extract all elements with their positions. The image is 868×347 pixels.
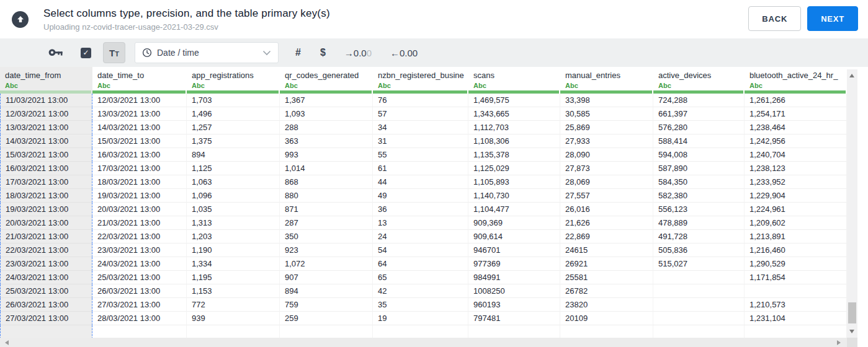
currency-type-button[interactable]: $ [320,47,326,58]
column-name: nzbn_registered_busine [378,71,468,80]
table-row: 16/03/2021 13:0017/03/2021 13:001,1251,0… [0,162,868,175]
cell: 27,873 [560,162,653,175]
cell: 1,313 [187,216,280,230]
cell: 894 [187,148,280,162]
cell: 26921 [560,257,653,271]
column-underline [92,90,186,94]
column-header-manual_entries[interactable]: manual_entriesAbc [560,67,653,94]
column-header-date_time_to[interactable]: date_time_toAbc [92,67,187,94]
grid-body: 11/03/2021 13:0012/03/2021 13:001,7031,3… [0,94,868,339]
column-header-bluetooth_active_24_hr_[interactable]: bluetooth_active_24_hr_Abc [745,67,847,94]
cell: 909,369 [468,216,560,230]
cell: 55 [373,148,468,162]
column-type-label: Abc [565,82,653,89]
column-header-scans[interactable]: scansAbc [468,67,560,94]
vertical-scrollbar-thumb[interactable] [848,302,856,323]
column-name: date_time_from [5,71,92,80]
table-row [0,325,868,339]
cell: 977369 [468,257,560,271]
cell: 1,238,464 [745,121,847,134]
cell: 27/03/2021 13:00 [0,312,92,325]
cell: 1,125 [187,162,280,175]
cell: 1,140,730 [468,189,560,203]
cell: 993 [280,148,373,162]
scroll-up-arrow-icon[interactable] [849,74,854,77]
cell: 16/03/2021 13:00 [0,162,92,175]
column-header-active_devices[interactable]: active_devicesAbc [653,67,745,94]
cell: 946701 [468,244,560,257]
table-row: 20/03/2021 13:0021/03/2021 13:001,313287… [0,216,868,230]
cell: 1,093 [280,107,373,121]
cell [653,284,745,298]
cell: 42 [373,284,468,298]
cell: 287 [280,216,373,230]
cell: 1,105,893 [468,175,560,189]
column-underline [653,90,743,94]
cell: 797481 [468,312,560,325]
cell: 478,889 [653,216,745,230]
number-type-button[interactable]: # [295,47,301,58]
next-button[interactable]: NEXT [807,6,858,31]
column-settings-toolbar: ✓ Tt Date / time # $ →0.00 ←0.00 [0,38,868,67]
cell: 1,231,104 [745,312,847,325]
cell: 724,288 [653,94,745,107]
cell: 584,350 [653,175,745,189]
cell: 25,869 [560,121,653,134]
table-row: 27/03/2021 13:0028/03/2021 13:0093925919… [0,312,868,325]
cell: 25/03/2021 13:00 [0,284,92,298]
cell [373,325,468,339]
cell: 1,072 [280,257,373,271]
horizontal-scrollbar[interactable] [0,338,847,347]
cell: 25/03/2021 13:00 [92,271,187,284]
cell: 1,375 [187,134,280,148]
cell: 984991 [468,271,560,284]
cell: 54 [373,244,468,257]
cell: 24/03/2021 13:00 [92,257,187,271]
cell: 19/03/2021 13:00 [92,189,187,203]
grid-header-row: date_time_fromAbcdate_time_toAbcapp_regi… [0,67,868,94]
cell: 57 [373,107,468,121]
cell: 22,869 [560,230,653,244]
column-type-label: Abc [658,82,745,89]
cell: 1,135,378 [468,148,560,162]
selected-type-value: Date / time [157,48,199,58]
back-button[interactable]: BACK [748,6,801,31]
scroll-right-arrow-icon[interactable] [837,340,841,345]
cell: 28,090 [560,148,653,162]
column-header-qr_codes_generated[interactable]: qr_codes_generatedAbc [280,67,373,94]
cell: 28,069 [560,175,653,189]
cell: 27,557 [560,189,653,203]
column-type-label: Abc [192,82,280,89]
primary-key-checkbox[interactable]: ✓ [81,48,91,58]
cell: 923 [280,244,373,257]
cell: 505,836 [653,244,745,257]
column-header-nzbn_registered_busine[interactable]: nzbn_registered_busineAbc [373,67,468,94]
cell: 24/03/2021 13:00 [0,271,92,284]
text-type-button[interactable]: Tt [103,42,125,63]
scroll-down-arrow-icon[interactable] [849,330,854,333]
cell: 16/03/2021 13:00 [92,148,187,162]
column-type-label: Abc [473,82,560,89]
cell: 907 [280,271,373,284]
table-row: 21/03/2021 13:0022/03/2021 13:001,203350… [0,230,868,244]
table-row: 17/03/2021 13:0018/03/2021 13:001,063868… [0,175,868,189]
column-type-select[interactable]: Date / time [135,42,279,63]
cell: 18/03/2021 13:00 [0,189,92,203]
decrease-decimal-button[interactable]: ←0.00 [390,48,418,58]
scroll-left-arrow-icon[interactable] [5,340,9,345]
cell: 34 [373,121,468,134]
increase-decimal-button[interactable]: →0.00 [344,48,372,58]
column-header-app_registrations[interactable]: app_registrationsAbc [187,67,280,94]
column-name: app_registrations [192,71,280,80]
cell: 1,254,171 [745,107,847,121]
cell: 1,233,952 [745,175,847,189]
cell: 22/03/2021 13:00 [92,230,187,244]
column-header-date_time_from[interactable]: date_time_fromAbc [0,67,92,94]
cell: 22/03/2021 13:00 [0,244,92,257]
csv-preview-grid: date_time_fromAbcdate_time_toAbcapp_regi… [0,67,868,347]
cell: 576,280 [653,121,745,134]
cell [745,325,847,339]
cell: 13/03/2021 13:00 [92,107,187,121]
vertical-scrollbar[interactable] [847,69,857,338]
cell: 76 [373,94,468,107]
